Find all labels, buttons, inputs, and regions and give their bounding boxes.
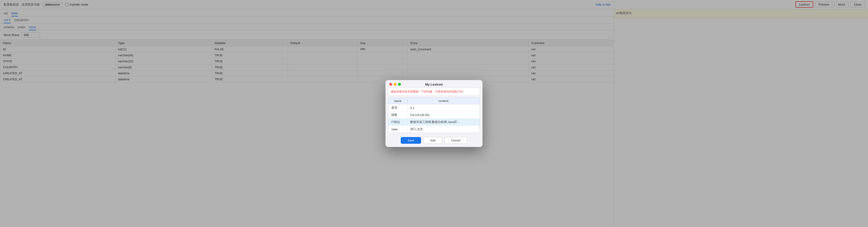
modal-cell-content: CN,US,DE,RU	[407, 111, 479, 119]
modal-table-row[interactable]: state浙江,北京	[389, 126, 479, 133]
modal-table-row[interactable]: 国家CN,US,DE,RU	[389, 111, 479, 119]
modal-cell-content: 0,1	[407, 104, 479, 111]
modal-table-row[interactable]: 是否0,1	[389, 104, 479, 111]
modal-col-content: content	[407, 98, 479, 104]
modal-col-name: name	[389, 98, 407, 104]
modal-footer: Save Add Cancel	[385, 135, 483, 147]
modal-overlay: My Lexicon 修改表格内容后需要敲一下回车键，不然表格内容读取不到 na…	[0, 0, 868, 227]
modal-titlebar: My Lexicon	[385, 80, 483, 88]
lexicon-table-wrapper: name content 是否0,1国家CN,US,DE,RUIT岗位数据开发工…	[388, 98, 480, 133]
modal-warning-text: 修改表格内容后需要敲一下回车键，不然表格内容读取不到	[391, 90, 463, 93]
modal-warning: 修改表格内容后需要敲一下回车键，不然表格内容读取不到	[388, 88, 480, 96]
modal-cell-name: state	[389, 126, 407, 133]
lexicon-table: name content 是否0,1国家CN,US,DE,RUIT岗位数据开发工…	[389, 98, 479, 133]
save-button[interactable]: Save	[401, 137, 421, 144]
minimize-button[interactable]	[394, 83, 397, 86]
add-button[interactable]: Add	[423, 137, 442, 144]
modal-title: My Lexicon	[425, 83, 443, 86]
modal-cell-content: 浙江,北京	[407, 126, 479, 133]
modal-cell-name: IT岗位	[389, 119, 407, 126]
maximize-button[interactable]	[398, 83, 401, 86]
traffic-lights	[389, 83, 401, 86]
modal-cell-name: 是否	[389, 104, 407, 111]
cancel-button[interactable]: Cancel	[444, 137, 467, 144]
close-button[interactable]	[389, 83, 392, 86]
modal-cell-name: 国家	[389, 111, 407, 119]
modal-table-row[interactable]: IT岗位数据开发工程师,数据分析师,Java开...	[389, 119, 479, 126]
lexicon-modal: My Lexicon 修改表格内容后需要敲一下回车键，不然表格内容读取不到 na…	[385, 80, 483, 147]
modal-cell-content: 数据开发工程师,数据分析师,Java开...	[407, 119, 479, 126]
